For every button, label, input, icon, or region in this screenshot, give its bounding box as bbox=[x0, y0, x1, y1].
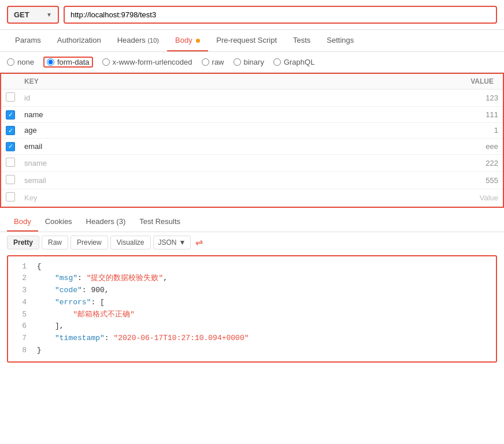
chevron-down-icon: ▼ bbox=[179, 238, 186, 247]
row-key[interactable]: age bbox=[20, 122, 193, 139]
json-line: 6 ], bbox=[15, 320, 489, 333]
body-type-raw[interactable]: raw bbox=[202, 58, 224, 66]
body-type-form-data[interactable]: form-data bbox=[47, 58, 90, 66]
row-value[interactable]: 555 bbox=[193, 171, 503, 189]
kv-table: KEY VALUE id 123 name 111 bbox=[1, 74, 503, 207]
col-value-header: VALUE bbox=[193, 74, 503, 89]
row-key[interactable]: sname bbox=[20, 154, 193, 171]
tab-tests[interactable]: Tests bbox=[285, 30, 318, 51]
row-value[interactable]: 1 bbox=[193, 122, 503, 139]
tab-settings[interactable]: Settings bbox=[318, 30, 362, 51]
table-row: name 111 bbox=[1, 107, 503, 123]
row-value[interactable]: 222 bbox=[193, 154, 503, 171]
tab-params[interactable]: Params bbox=[7, 30, 49, 51]
table-row: semail 555 bbox=[1, 171, 503, 189]
tab-headers[interactable]: Headers (10) bbox=[109, 30, 167, 51]
col-key-header: KEY bbox=[20, 74, 193, 89]
response-tabs: Body Cookies Headers (3) Test Results bbox=[0, 212, 504, 232]
row-key[interactable]: Key bbox=[20, 189, 193, 206]
response-format-row: Pretty Raw Preview Visualize JSON ▼ ⇌ bbox=[0, 232, 504, 253]
format-pretty[interactable]: Pretty bbox=[7, 236, 39, 249]
request-tabs: Params Authorization Headers (10) Body P… bbox=[0, 30, 504, 52]
format-preview[interactable]: Preview bbox=[71, 236, 108, 249]
row-checkbox[interactable] bbox=[1, 139, 20, 155]
row-key[interactable]: name bbox=[20, 107, 193, 123]
json-line: 1 { bbox=[15, 261, 489, 273]
chevron-down-icon: ▼ bbox=[46, 12, 52, 18]
body-type-binary[interactable]: binary bbox=[234, 58, 264, 66]
body-type-row: none form-data x-www-form-urlencoded raw… bbox=[0, 52, 504, 73]
resp-tab-headers[interactable]: Headers (3) bbox=[79, 212, 133, 232]
table-row: email eee bbox=[1, 139, 503, 155]
row-value[interactable]: eee bbox=[193, 139, 503, 155]
json-format-dropdown[interactable]: JSON ▼ bbox=[153, 236, 191, 249]
row-value[interactable]: 123 bbox=[193, 89, 503, 107]
row-checkbox[interactable] bbox=[1, 89, 20, 107]
row-key[interactable]: semail bbox=[20, 171, 193, 189]
response-body: 1 { 2 "msg": "提交的数据校验失败", 3 "code": 900,… bbox=[7, 255, 497, 363]
request-bar: GET ▼ bbox=[0, 0, 504, 30]
wrap-icon[interactable]: ⇌ bbox=[195, 237, 203, 248]
table-row: age 1 bbox=[1, 122, 503, 139]
row-checkbox[interactable] bbox=[1, 171, 20, 189]
json-line: 5 "邮箱格式不正确" bbox=[15, 309, 489, 321]
table-row: Key Value bbox=[1, 189, 503, 206]
row-value[interactable]: Value bbox=[193, 189, 503, 206]
kv-table-wrapper: KEY VALUE id 123 name 111 bbox=[0, 73, 504, 208]
format-raw[interactable]: Raw bbox=[42, 236, 68, 249]
body-type-graphql[interactable]: GraphQL bbox=[273, 58, 314, 66]
row-checkbox[interactable] bbox=[1, 154, 20, 171]
table-row: sname 222 bbox=[1, 154, 503, 171]
row-checkbox[interactable] bbox=[1, 122, 20, 139]
json-line: 7 "timestamp": "2020-06-17T10:27:10.094+… bbox=[15, 333, 489, 345]
col-checkbox bbox=[1, 74, 20, 89]
resp-tab-cookies[interactable]: Cookies bbox=[38, 212, 79, 232]
method-value: GET bbox=[14, 10, 29, 19]
resp-tab-test-results[interactable]: Test Results bbox=[132, 212, 187, 232]
json-line: 3 "code": 900, bbox=[15, 285, 489, 297]
row-checkbox[interactable] bbox=[1, 107, 20, 123]
body-type-urlencoded[interactable]: x-www-form-urlencoded bbox=[102, 58, 192, 66]
url-input[interactable] bbox=[64, 6, 497, 24]
table-row: id 123 bbox=[1, 89, 503, 107]
tab-authorization[interactable]: Authorization bbox=[49, 30, 109, 51]
json-line: 4 "errors": [ bbox=[15, 297, 489, 309]
method-dropdown[interactable]: GET ▼ bbox=[7, 6, 59, 24]
tab-body[interactable]: Body bbox=[167, 30, 208, 51]
json-line: 2 "msg": "提交的数据校验失败", bbox=[15, 273, 489, 285]
body-type-none[interactable]: none bbox=[7, 58, 34, 66]
row-checkbox[interactable] bbox=[1, 189, 20, 206]
row-key[interactable]: email bbox=[20, 139, 193, 155]
json-line: 8 } bbox=[15, 345, 489, 357]
tab-pre-request[interactable]: Pre-request Script bbox=[208, 30, 285, 51]
resp-tab-body[interactable]: Body bbox=[7, 212, 38, 232]
row-key[interactable]: id bbox=[20, 89, 193, 107]
format-visualize[interactable]: Visualize bbox=[110, 236, 151, 249]
row-value[interactable]: 111 bbox=[193, 107, 503, 123]
